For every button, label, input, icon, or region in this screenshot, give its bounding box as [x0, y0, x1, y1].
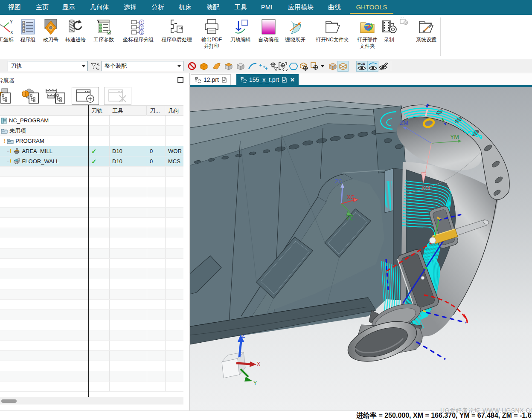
solid-body-filter-icon[interactable] — [199, 61, 209, 71]
menu-machine[interactable]: 机床 — [175, 0, 195, 15]
table-row-empty[interactable] — [0, 197, 183, 208]
column-header-toolpath[interactable]: 刀轨 — [88, 106, 109, 116]
table-row-floor_wall[interactable]: ┄!FLOOR_WALL✓D100MCS — [0, 156, 183, 167]
menu-curve[interactable]: 曲线 — [324, 0, 345, 15]
column-header-toolnumber[interactable]: 刀... — [147, 106, 165, 116]
body-gray-icon[interactable] — [235, 61, 246, 71]
column-header-tool[interactable]: 工具 — [109, 106, 147, 116]
table-row-empty[interactable] — [0, 341, 183, 351]
menu-assembly[interactable]: 装配 — [203, 0, 223, 15]
hscroll-thumb[interactable] — [1, 399, 17, 403]
table-row-empty[interactable] — [0, 300, 183, 310]
close-tab-icon[interactable]: ✕ — [290, 77, 295, 83]
ribbon-toolbar: Y X 工坐标 程序组 — [0, 15, 532, 59]
table-row-empty[interactable] — [0, 289, 183, 300]
assembly-scope-combo[interactable]: 整个装配 — [102, 61, 183, 71]
modified-page-icon — [221, 77, 227, 83]
column-header-name[interactable] — [0, 106, 88, 116]
table-row-empty[interactable] — [0, 279, 183, 289]
column-header-geometry[interactable]: 几何 — [165, 106, 183, 116]
table-row-area_mill[interactable]: ┄!AREA_MILL✓D100WORK — [0, 146, 183, 156]
table-row-empty[interactable] — [0, 177, 183, 187]
table-row-empty[interactable] — [0, 351, 183, 361]
menu-app-modules[interactable]: 应用模块 — [287, 0, 315, 15]
table-row-empty[interactable] — [0, 269, 183, 279]
chevron-down-icon — [177, 65, 181, 67]
ribbon-system-settings-button[interactable]: 系统设置 — [410, 18, 442, 43]
face-filter-icon[interactable] — [212, 61, 222, 71]
table-row-empty[interactable] — [0, 259, 183, 269]
wireframe-cube-icon[interactable] — [338, 61, 348, 71]
folder-icon — [1, 127, 8, 137]
navigator-pin-button[interactable] — [177, 77, 183, 83]
tab-12prt[interactable]: 12.prt — [191, 74, 231, 85]
tab-155xt-prt-active[interactable]: 155_x_t.prt ✕ — [236, 74, 299, 85]
table-row-empty[interactable] — [0, 361, 183, 371]
table-row-empty[interactable] — [0, 218, 183, 228]
point-filter-icon[interactable] — [259, 61, 269, 71]
screen-record-mini-icon[interactable] — [399, 17, 408, 26]
menu-analysis[interactable]: 分析 — [148, 0, 168, 15]
ribbon-open-nc-folder-button[interactable]: 打开NC文件夹 — [310, 18, 355, 43]
table-row-empty[interactable] — [0, 167, 183, 177]
column-divider[interactable] — [88, 105, 89, 397]
hide-visibility-icon[interactable] — [378, 61, 388, 71]
postprocess-icon — [169, 18, 185, 35]
table-row-empty[interactable] — [0, 187, 183, 197]
table-row-empty[interactable] — [0, 228, 183, 238]
tool-tree-icon[interactable] — [20, 87, 40, 105]
curve-visibility-icon[interactable] — [368, 61, 378, 71]
no-selection-filter-icon[interactable] — [187, 61, 197, 71]
export-tree-icon[interactable] — [0, 87, 14, 105]
ribbon-record-button[interactable]: 录制 — [377, 18, 401, 43]
menu-select[interactable]: 选择 — [120, 0, 140, 15]
mcs-zm-label: ZM — [400, 119, 408, 126]
area-mill-icon — [13, 147, 20, 157]
menu-geometry[interactable]: 几何体 — [87, 0, 112, 15]
curve-filter-icon[interactable] — [247, 61, 258, 71]
ribbon-output-pdf-print-button[interactable]: 输出PDF 并打印 — [194, 18, 229, 49]
machine-tree-icon[interactable] — [44, 87, 66, 105]
snap-bracket-icon[interactable] — [278, 61, 288, 71]
chevron-down-icon[interactable] — [320, 61, 325, 71]
table-row-未用项[interactable]: 未用项 — [0, 126, 183, 136]
close-window-button-disabled[interactable] — [104, 87, 131, 105]
menu-bar: 视图 主页 显示 几何体 选择 分析 机床 装配 工具 PMI 应用模块 曲线 … — [0, 0, 532, 15]
mcs-visibility-icon[interactable]: MCS — [357, 61, 367, 71]
wrap-unwrap-icon — [287, 18, 303, 35]
ribbon-wrap-unwrap-button[interactable]: 缠绕展开 — [279, 18, 311, 43]
table-row-empty[interactable] — [0, 208, 183, 218]
find-in-window-button[interactable] — [72, 87, 99, 105]
navigator-hscrollbar[interactable] — [0, 397, 183, 405]
table-row-empty[interactable] — [0, 320, 183, 330]
table-row-empty[interactable] — [0, 330, 183, 341]
menu-tools[interactable]: 工具 — [230, 0, 251, 15]
ribbon-postprocess-button[interactable]: 程序单后处理 — [154, 18, 200, 43]
yellow-tick — [423, 311, 426, 312]
selection-filter-reset-icon[interactable] — [90, 61, 99, 71]
menu-ghtools[interactable]: GHTOOLS — [353, 0, 390, 15]
3d-viewport[interactable]: ZM YM XM ZC XC YC — [190, 87, 532, 410]
table-row-empty[interactable] — [0, 310, 183, 320]
top-face-body-icon[interactable] — [224, 61, 234, 71]
square-target-icon[interactable] — [310, 61, 319, 71]
shaded-edges-cube-icon[interactable] — [328, 61, 338, 71]
system-settings-icon — [418, 18, 434, 35]
wcs-cube-icon[interactable] — [299, 61, 309, 71]
table-row-empty[interactable] — [0, 249, 183, 259]
machined-part-body[interactable] — [190, 101, 406, 344]
snap-point-icon[interactable] — [269, 61, 279, 71]
table-row-empty[interactable] — [0, 381, 183, 392]
operation-table: 刀轨 工具 刀... 几何 NC_PROGRAM未用项!PROGRAM┄!ARE… — [0, 105, 183, 397]
ribbon-toolpath-edit-button[interactable]: 刀轨编辑 — [225, 18, 256, 43]
hexagon-selection-icon[interactable] — [288, 61, 299, 71]
table-row-nc_program[interactable]: NC_PROGRAM — [0, 116, 183, 126]
menu-home[interactable]: 主页 — [32, 0, 52, 15]
table-row-program[interactable]: !PROGRAM — [0, 136, 183, 146]
selection-scope-combo[interactable]: 刀轨 — [8, 61, 88, 71]
table-row-empty[interactable] — [0, 238, 183, 249]
table-row-empty[interactable] — [0, 371, 183, 381]
menu-pmi[interactable]: PMI — [258, 0, 275, 15]
menu-view[interactable]: 视图 — [4, 0, 25, 15]
menu-display[interactable]: 显示 — [58, 0, 79, 15]
